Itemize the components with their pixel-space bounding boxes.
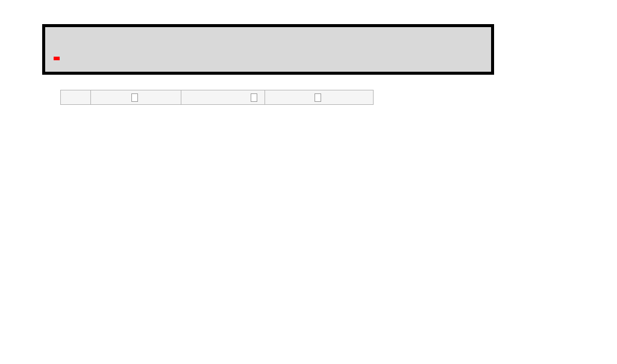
col-header-last-name[interactable] (90, 90, 181, 105)
sort-icon (131, 93, 138, 102)
results-table-top (60, 90, 374, 105)
sort-icon (315, 93, 321, 102)
sql-highlight-right-outer-join (54, 57, 60, 60)
sort-icon (251, 93, 257, 102)
sql-query-box (42, 24, 494, 75)
col-header-dept-name[interactable] (265, 90, 374, 105)
table-header (61, 90, 374, 105)
row-number-header (61, 90, 91, 105)
col-header-dept-id[interactable] (181, 90, 265, 105)
